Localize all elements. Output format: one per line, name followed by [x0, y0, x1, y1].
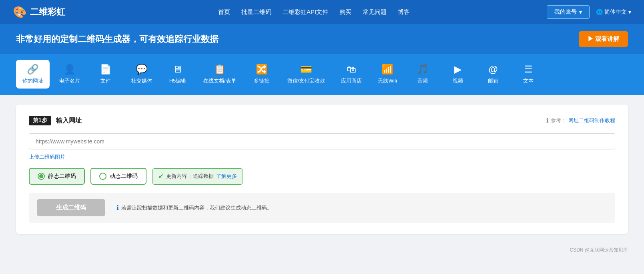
- step-ref: ℹ 参考： 网址二维码制作教程: [546, 117, 615, 124]
- qr-type-item-audio[interactable]: 🎵音频: [407, 60, 439, 89]
- qr-type-item-file[interactable]: 📄文件: [90, 60, 122, 89]
- watch-button[interactable]: ▶ 观看讲解: [579, 31, 628, 47]
- learn-more-link[interactable]: 了解更多: [216, 173, 237, 180]
- qr-type-icon-video: ▶: [454, 64, 461, 75]
- generate-row: 生成二维码 ℹ 若需追踪扫描数据和更新二维码内容，我们建议生成动态二维码。: [29, 193, 615, 223]
- qr-type-item-wifi[interactable]: 📶无线Wifi: [371, 60, 403, 89]
- dynamic-badge: ✔ 更新内容 | 追踪数据 了解更多: [152, 168, 243, 185]
- qr-type-label-wifi: 无线Wifi: [378, 77, 397, 85]
- qr-type-label-vcard: 电子名片: [59, 77, 80, 85]
- dynamic-qr-button[interactable]: 动态二维码: [90, 168, 146, 185]
- nav-home[interactable]: 首页: [218, 8, 230, 16]
- hint-info-icon: ℹ: [116, 204, 119, 212]
- footer-watermark: CSDN @互联网运营知贝库: [0, 244, 644, 257]
- main-content: 第1步 输入网址 ℹ 参考： 网址二维码制作教程 上传二维码图片 静态二维码 动…: [0, 95, 644, 244]
- account-label: 我的账号: [554, 8, 577, 16]
- nav-blog[interactable]: 博客: [398, 8, 410, 16]
- static-qr-label: 静态二维码: [48, 173, 76, 180]
- qr-type-item-payment[interactable]: 💳微信/支付宝收款: [281, 60, 332, 89]
- qr-type-label-url: 你的网址: [22, 77, 43, 85]
- lang-chevron-icon: ▾: [628, 9, 631, 15]
- account-chevron-icon: ▾: [579, 9, 582, 15]
- qr-type-icon-file: 📄: [100, 64, 112, 75]
- nav-right: 我的账号 ▾ 🌐 简体中文 ▾: [547, 5, 631, 19]
- qr-type-icon-h5: 🖥: [173, 64, 183, 75]
- static-qr-button[interactable]: 静态二维码: [29, 168, 85, 185]
- qr-mode-row: 静态二维码 动态二维码 ✔ 更新内容 | 追踪数据 了解更多: [29, 168, 615, 185]
- form-card: 第1步 输入网址 ℹ 参考： 网址二维码制作教程 上传二维码图片 静态二维码 动…: [16, 105, 628, 234]
- qr-type-label-multi: 多链接: [254, 77, 269, 85]
- hero-banner: 非常好用的定制二维码生成器，可有效追踪行业数据 ▶ 观看讲解: [0, 24, 644, 54]
- qr-type-label-email: 邮箱: [488, 77, 498, 85]
- ref-link[interactable]: 网址二维码制作教程: [568, 117, 615, 124]
- qr-type-label-doc: 在线文档/表单: [203, 77, 236, 85]
- dynamic-badge-text2: 追踪数据: [193, 173, 214, 180]
- upload-link[interactable]: 上传二维码图片: [29, 153, 65, 161]
- qr-type-icon-email: @: [488, 64, 498, 75]
- qr-type-item-appstore[interactable]: 🛍应用商店: [335, 60, 368, 89]
- separator: |: [189, 173, 191, 179]
- step-badge: 第1步: [29, 116, 51, 125]
- qr-type-item-video[interactable]: ▶视频: [442, 60, 474, 89]
- qr-type-icon-text: ☰: [524, 64, 533, 75]
- step-header: 第1步 输入网址 ℹ 参考： 网址二维码制作教程: [29, 116, 615, 125]
- generate-button[interactable]: 生成二维码: [37, 199, 105, 216]
- qr-type-label-audio: 音频: [417, 77, 428, 85]
- nav-api[interactable]: 二维彩虹API文件: [283, 8, 328, 16]
- qr-type-icon-appstore: 🛍: [347, 64, 356, 75]
- qr-type-icon-doc: 📋: [214, 64, 226, 75]
- qr-type-label-text: 文本: [523, 77, 534, 85]
- brand-name: 二维彩虹: [30, 6, 65, 18]
- qr-type-item-vcard[interactable]: 👤电子名片: [53, 60, 86, 89]
- globe-icon: 🌐: [596, 9, 603, 15]
- qr-type-item-url[interactable]: 🔗你的网址: [16, 60, 50, 89]
- qr-type-icon-audio: 🎵: [417, 64, 429, 75]
- static-radio-icon: [38, 173, 45, 180]
- qr-type-item-multi[interactable]: 🔀多链接: [246, 60, 278, 89]
- qr-type-label-appstore: 应用商店: [341, 77, 362, 85]
- dynamic-qr-label: 动态二维码: [110, 173, 138, 180]
- watermark-text: CSDN @互联网运营知贝库: [570, 247, 628, 253]
- navbar: 🎨 二维彩虹 首页 批量二维码 二维彩虹API文件 购买 常见问题 博客 我的账…: [0, 0, 644, 24]
- qr-type-label-file: 文件: [100, 77, 111, 85]
- dynamic-badge-text1: 更新内容: [166, 173, 187, 180]
- nav-batch[interactable]: 批量二维码: [241, 8, 271, 16]
- qr-type-item-h5[interactable]: 🖥H5编辑: [162, 60, 194, 89]
- nav-faq[interactable]: 常见问题: [363, 8, 387, 16]
- account-button[interactable]: 我的账号 ▾: [547, 5, 590, 19]
- language-button[interactable]: 🌐 简体中文 ▾: [596, 8, 631, 16]
- info-icon: ℹ: [546, 117, 549, 124]
- check-icon: ✔: [158, 172, 164, 181]
- brand: 🎨 二维彩虹: [13, 6, 65, 19]
- hint-text: 若需追踪扫描数据和更新二维码内容，我们建议生成动态二维码。: [121, 204, 272, 212]
- nav-buy[interactable]: 购买: [339, 8, 351, 16]
- ref-prefix: 参考：: [551, 117, 566, 124]
- qr-type-icon-social: 💬: [136, 64, 148, 75]
- nav-links: 首页 批量二维码 二维彩虹API文件 购买 常见问题 博客: [81, 8, 547, 16]
- qr-type-icon-multi: 🔀: [256, 64, 268, 75]
- qr-type-icon-payment: 💳: [300, 64, 312, 75]
- qr-type-item-social[interactable]: 💬社交媒体: [125, 60, 158, 89]
- generate-hint: ℹ 若需追踪扫描数据和更新二维码内容，我们建议生成动态二维码。: [116, 204, 272, 212]
- brand-icon: 🎨: [13, 6, 27, 19]
- qr-type-item-text[interactable]: ☰文本: [512, 60, 544, 89]
- qr-type-label-payment: 微信/支付宝收款: [287, 77, 325, 85]
- qr-type-item-email[interactable]: @邮箱: [477, 60, 509, 89]
- url-input[interactable]: [29, 133, 615, 149]
- dynamic-radio-icon: [99, 173, 106, 180]
- qr-type-label-social: 社交媒体: [131, 77, 152, 85]
- qr-type-label-h5: H5编辑: [169, 77, 187, 85]
- qr-type-icon-vcard: 👤: [64, 64, 76, 75]
- hero-title: 非常好用的定制二维码生成器，可有效追踪行业数据: [16, 33, 219, 45]
- qr-type-bar: 🔗你的网址👤电子名片📄文件💬社交媒体🖥H5编辑📋在线文档/表单🔀多链接💳微信/支…: [0, 54, 644, 95]
- qr-type-icon-wifi: 📶: [381, 64, 393, 75]
- lang-label: 简体中文: [604, 8, 627, 16]
- qr-type-icon-url: 🔗: [27, 64, 39, 75]
- qr-type-label-video: 视频: [453, 77, 463, 85]
- qr-type-item-doc[interactable]: 📋在线文档/表单: [197, 60, 243, 89]
- step-title: 输入网址: [56, 117, 82, 125]
